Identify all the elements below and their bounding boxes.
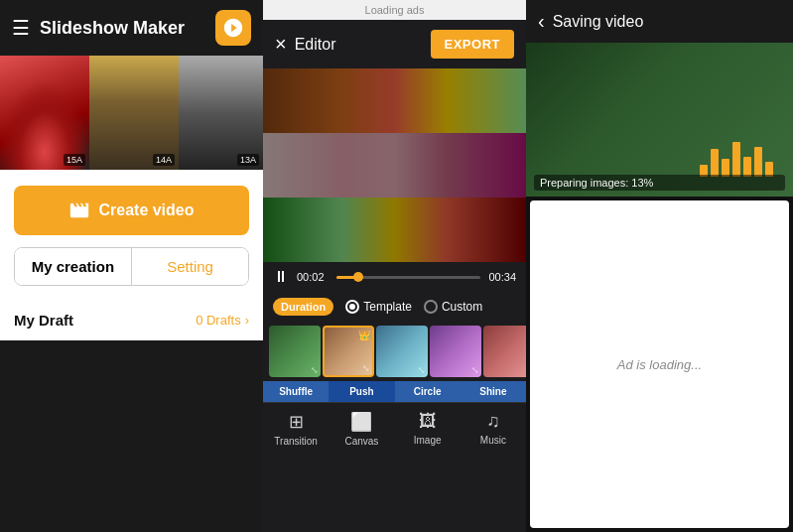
transition-icon: ⊞ [289, 411, 304, 433]
toolbar-image[interactable]: 🖼 Image [395, 411, 461, 447]
resize-icon-3: ⤡ [418, 365, 426, 375]
video-preview[interactable] [263, 68, 526, 262]
duration-badge: Duration [273, 298, 333, 316]
left-panel: ☰ Slideshow Maker 15A 14A 13A Create vid… [0, 0, 263, 532]
close-icon[interactable]: × [275, 33, 287, 56]
template-option[interactable]: Template [345, 300, 412, 314]
rv-chart [700, 142, 773, 177]
progress-dot [353, 272, 363, 282]
ad-placeholder: Ad is loading... [530, 200, 789, 528]
template-radio[interactable] [345, 300, 359, 314]
my-creation-tab[interactable]: My creation [15, 248, 131, 285]
left-header: ☰ Slideshow Maker [0, 0, 263, 56]
right-panel: ‹ Saving video Preparing images: 13% Ad … [526, 0, 793, 532]
left-images: 15A 14A 13A [0, 56, 263, 170]
transition-strip: Shuffle Push Circle Shine [263, 381, 526, 402]
music-label: Music [480, 435, 506, 446]
chart-bar-5 [743, 157, 751, 177]
thumbnail-3[interactable]: ⤡ [376, 326, 428, 377]
preview-image-3: 13A [179, 56, 263, 170]
action-area: Create video My creation Setting [0, 170, 263, 300]
chevron-right-icon: › [245, 313, 249, 328]
right-header: ‹ Saving video [526, 0, 793, 43]
toolbar-transition[interactable]: ⊞ Transition [263, 411, 329, 447]
thumbnail-1[interactable]: ⤡ [269, 326, 321, 377]
custom-radio[interactable] [424, 300, 438, 314]
thumbnail-strip: ⤡ 👑 ⤡ ⤡ ⤡ ⤡ [263, 322, 526, 381]
chart-bar-6 [754, 147, 762, 177]
transition-circle[interactable]: Circle [395, 381, 461, 402]
canvas-icon: ⬜ [350, 411, 372, 433]
ads-bar: Loading ads [263, 0, 526, 20]
preview-image-1: 15A [0, 56, 89, 170]
export-button[interactable]: EXPORT [431, 30, 514, 59]
rv-progress-text: Preparing images: 13% [534, 175, 785, 191]
transition-shuffle[interactable]: Shuffle [263, 381, 329, 402]
resize-icon-2: ⤡ [362, 363, 370, 373]
canvas-label: Canvas [344, 436, 378, 447]
ad-loading-text: Ad is loading... [617, 357, 702, 372]
video-overlay [263, 68, 526, 262]
music-icon: ♫ [486, 411, 500, 432]
total-time: 00:34 [488, 271, 516, 283]
resize-icon-5: ⤡ [525, 365, 526, 375]
chart-bar-2 [711, 149, 719, 177]
chart-bar-4 [732, 142, 740, 177]
thumbnail-2[interactable]: 👑 ⤡ [323, 326, 374, 377]
transition-shine[interactable]: Shine [461, 381, 526, 402]
setting-tab[interactable]: Setting [132, 248, 248, 285]
draft-row: My Draft 0 Drafts › [0, 300, 263, 340]
draft-count[interactable]: 0 Drafts › [196, 313, 249, 328]
resize-icon-1: ⤡ [311, 365, 319, 375]
duration-row: Duration Template Custom [263, 292, 526, 322]
back-icon[interactable]: ‹ [538, 10, 545, 33]
toolbar-music[interactable]: ♫ Music [461, 411, 526, 447]
controls-bar: ⏸ 00:02 00:34 [263, 262, 526, 292]
toolbar-canvas[interactable]: ⬜ Canvas [329, 411, 394, 447]
app-logo [215, 10, 251, 46]
middle-panel: Loading ads × Editor EXPORT ⏸ 00:02 00:3… [263, 0, 526, 532]
crown-icon: 👑 [358, 330, 370, 340]
right-title: Saving video [553, 13, 644, 31]
thumbnail-5[interactable]: ⤡ [483, 326, 526, 377]
thumbnail-4[interactable]: ⤡ [430, 326, 481, 377]
custom-option[interactable]: Custom [424, 300, 482, 314]
create-video-button[interactable]: Create video [14, 186, 249, 235]
pause-button[interactable]: ⏸ [273, 268, 289, 286]
resize-icon-4: ⤡ [471, 365, 479, 375]
progress-bar[interactable] [336, 276, 480, 279]
image-label: Image [414, 435, 442, 446]
preview-image-2: 14A [89, 56, 179, 170]
tab-row: My creation Setting [14, 247, 249, 286]
editor-header: × Editor EXPORT [263, 20, 526, 68]
right-video-preview: Preparing images: 13% [526, 43, 793, 197]
editor-title: Editor [295, 36, 423, 54]
current-time: 00:02 [297, 271, 329, 283]
transition-push[interactable]: Push [329, 381, 394, 402]
transition-label: Transition [274, 436, 318, 447]
bottom-toolbar: ⊞ Transition ⬜ Canvas 🖼 Image ♫ Music [263, 402, 526, 451]
my-draft-label: My Draft [14, 312, 73, 329]
image-icon: 🖼 [419, 411, 437, 432]
hamburger-icon[interactable]: ☰ [12, 16, 30, 40]
app-title: Slideshow Maker [40, 18, 205, 39]
